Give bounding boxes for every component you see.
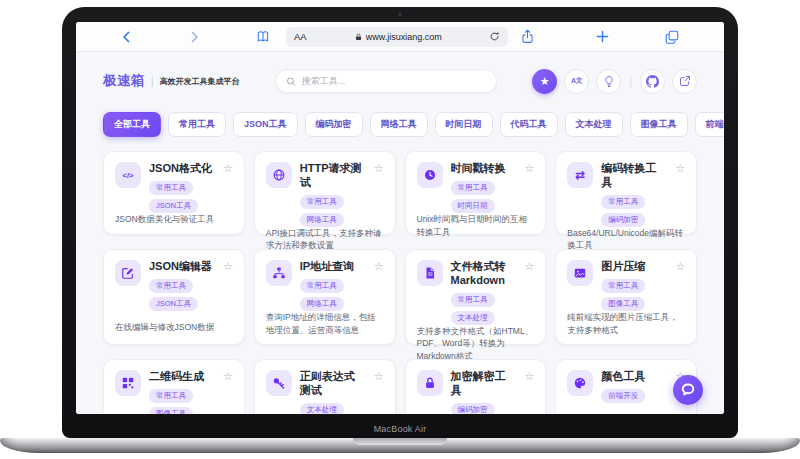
tool-title: 二维码生成 — [149, 370, 215, 384]
text-size-icon[interactable]: AA — [294, 31, 307, 42]
tool-description: JSON数据美化与验证工具 — [115, 213, 233, 226]
favorite-star-icon[interactable]: ☆ — [374, 162, 384, 227]
favorites-star-button[interactable]: ★ — [532, 69, 557, 94]
favorite-star-icon[interactable]: ☆ — [223, 162, 233, 213]
tab-frontend-dev[interactable]: 前端开发 — [695, 112, 724, 137]
tool-card-qrcode[interactable]: 二维码生成 常用工具 图像工具 ☆ — [103, 359, 245, 414]
tabs-overview-icon[interactable] — [665, 30, 679, 44]
tool-tag: 常用工具 — [149, 389, 193, 403]
category-tabs: 全部工具 常用工具 JSON工具 编码加密 网络工具 时间日期 代码工具 文本处… — [103, 112, 697, 137]
tool-card-encode-convert[interactable]: ⇄ 编码转换工具 常用工具 编码加密 ☆ Base64/URL/Unicode编… — [555, 151, 697, 235]
tool-title: 图片压缩 — [601, 260, 667, 274]
tool-tag: 常用工具 — [300, 279, 344, 293]
favorite-star-icon[interactable]: ☆ — [223, 260, 233, 311]
tool-card-http-test[interactable]: HTTP请求测试 常用工具 网络工具 ☆ API接口调试工具，支持多种请求方法和… — [254, 151, 396, 235]
tool-tag: JSON工具 — [149, 199, 198, 213]
favorite-star-icon[interactable]: ☆ — [524, 260, 534, 325]
tool-title: 时间戳转换 — [451, 162, 517, 176]
laptop-screen: AA www.jisuxiang.com — [76, 22, 724, 414]
github-icon — [646, 75, 659, 88]
favorite-star-icon[interactable]: ☆ — [524, 370, 534, 414]
key-icon — [266, 370, 292, 396]
tool-card-json-format[interactable]: </> JSON格式化 常用工具 JSON工具 ☆ JSON数据美化与验证工具 — [103, 151, 245, 235]
tools-grid: </> JSON格式化 常用工具 JSON工具 ☆ JSON数据美化与验证工具 — [103, 151, 697, 414]
tool-card-regex-test[interactable]: 正则表达式测试 文本处理 ☆ — [254, 359, 396, 414]
tool-tag: 编码加密 — [601, 213, 645, 227]
forward-icon[interactable] — [188, 30, 201, 44]
icon-divider: | — [629, 75, 632, 87]
favorite-star-icon[interactable]: ☆ — [374, 260, 384, 311]
share-icon[interactable] — [521, 29, 534, 44]
tool-tag: 文本处理 — [300, 403, 344, 415]
bookmarks-icon[interactable] — [256, 30, 270, 44]
tool-card-image-compress[interactable]: 图片压缩 常用工具 图像工具 ☆ 纯前端实现的图片压缩工具，支持多种格式 — [555, 249, 697, 345]
favorite-star-icon[interactable]: ☆ — [675, 162, 685, 227]
clock-icon — [417, 162, 443, 188]
search-icon — [286, 76, 296, 87]
tool-title: HTTP请求测试 — [300, 162, 366, 190]
tab-code-tools[interactable]: 代码工具 — [500, 112, 558, 137]
favorite-star-icon[interactable]: ☆ — [374, 370, 384, 414]
image-icon — [567, 260, 593, 286]
trackpad-notch — [353, 438, 447, 445]
device-label: MacBook Air — [62, 424, 738, 434]
github-button[interactable] — [640, 69, 665, 94]
tool-tag: 时间日期 — [451, 199, 495, 213]
external-link-button[interactable] — [672, 69, 697, 94]
tool-tag: 常用工具 — [601, 195, 645, 209]
external-link-icon — [679, 75, 691, 87]
webcam-icon — [399, 13, 402, 16]
favorite-star-icon[interactable]: ☆ — [675, 260, 685, 311]
site-logo[interactable]: 极速箱 — [103, 72, 145, 90]
tool-title: 编码转换工具 — [601, 162, 667, 190]
tool-title: 文件格式转Markdown — [451, 260, 517, 288]
tool-card-timestamp[interactable]: 时间戳转换 常用工具 时间日期 ☆ Unix时间戳与日期时间的互相转换工具 — [405, 151, 547, 235]
tool-description: Unix时间戳与日期时间的互相转换工具 — [417, 213, 535, 239]
palette-icon — [567, 370, 593, 396]
tab-all-tools[interactable]: 全部工具 — [103, 112, 161, 137]
tool-title: 加密解密工具 — [451, 370, 517, 398]
tab-text-process[interactable]: 文本处理 — [565, 112, 623, 137]
address-bar[interactable]: AA www.jisuxiang.com — [286, 27, 508, 47]
code-icon: </> — [115, 162, 141, 188]
tab-image-tools[interactable]: 图像工具 — [630, 112, 688, 137]
tool-tag: 网络工具 — [300, 213, 344, 227]
tab-network-tools[interactable]: 网络工具 — [370, 112, 428, 137]
file-icon — [417, 260, 443, 286]
favorite-star-icon[interactable]: ☆ — [223, 370, 233, 414]
swap-arrows-icon: ⇄ — [567, 162, 593, 188]
tool-tag: 常用工具 — [601, 279, 645, 293]
laptop-base — [0, 438, 800, 453]
tool-card-json-editor[interactable]: JSON编辑器 常用工具 JSON工具 ☆ 在线编辑与修改JSON数据 — [103, 249, 245, 345]
jisuxiang-page: 极速箱 | 高效开发工具集成平台 ★ A文 | — [76, 52, 724, 414]
tab-common-tools[interactable]: 常用工具 — [168, 112, 226, 137]
translate-button[interactable]: A文 — [564, 69, 589, 94]
tool-tag: 常用工具 — [451, 293, 495, 307]
tab-json-tools[interactable]: JSON工具 — [233, 112, 298, 137]
reload-icon[interactable] — [489, 31, 500, 42]
qrcode-icon — [115, 370, 141, 396]
chat-fab-button[interactable] — [673, 375, 703, 405]
logo-separator: | — [151, 76, 154, 87]
tool-tag: 前端开发 — [601, 389, 645, 403]
tool-card-encrypt-decrypt[interactable]: 加密解密工具 编码加密 ☆ — [405, 359, 547, 414]
tab-encode-encrypt[interactable]: 编码加密 — [305, 112, 363, 137]
laptop-bezel: AA www.jisuxiang.com — [62, 7, 738, 438]
tool-tag: 常用工具 — [300, 195, 344, 209]
favorite-star-icon[interactable]: ☆ — [524, 162, 534, 213]
tool-card-file-to-markdown[interactable]: 文件格式转Markdown 常用工具 文本处理 ☆ 支持多种文件格式（如HTML… — [405, 249, 547, 345]
back-icon[interactable] — [120, 30, 133, 44]
tool-card-ip-lookup[interactable]: IP地址查询 常用工具 网络工具 ☆ 查询IP地址的详细信息，包括地理位置、运营… — [254, 249, 396, 345]
search-input[interactable] — [302, 76, 486, 86]
search-bar[interactable] — [275, 69, 497, 93]
tool-tag: 图像工具 — [149, 407, 193, 414]
tab-datetime[interactable]: 时间日期 — [435, 112, 493, 137]
lock-icon — [354, 32, 363, 42]
tool-tag: 文本处理 — [451, 311, 495, 325]
theme-toggle-button[interactable] — [596, 69, 621, 94]
network-icon — [266, 260, 292, 286]
tool-tag: 常用工具 — [451, 181, 495, 195]
tool-title: JSON编辑器 — [149, 260, 215, 274]
new-tab-icon[interactable] — [596, 30, 609, 43]
chat-bubble-icon — [680, 382, 696, 398]
